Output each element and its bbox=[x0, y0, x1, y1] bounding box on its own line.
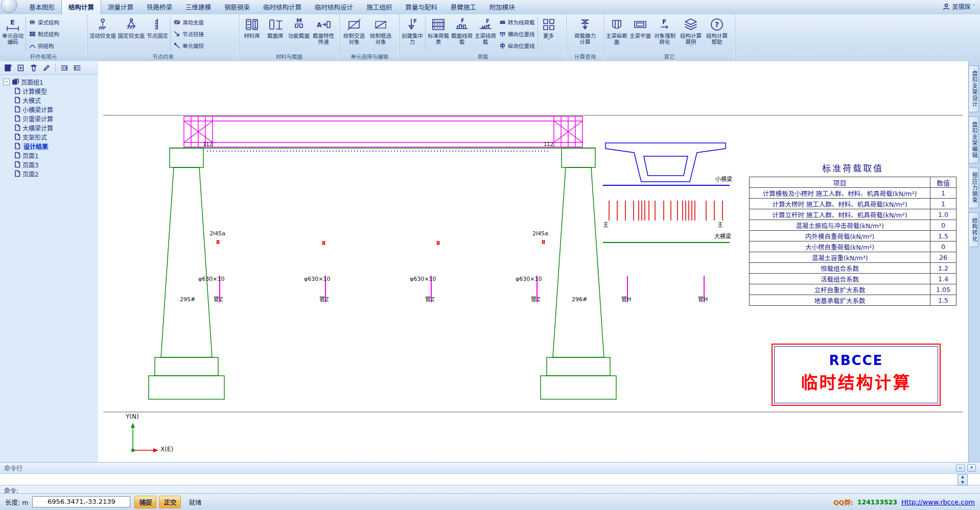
tree-item-small-crossbeam-calc[interactable]: 小横梁计算 bbox=[1, 105, 97, 114]
more-loads-button[interactable]: 更多 ˅ bbox=[539, 15, 558, 53]
tree-item-big-mode[interactable]: 大模式 bbox=[1, 95, 97, 105]
tab-basic-graphics[interactable]: 基本图形 bbox=[22, 0, 61, 14]
arch-structure-icon bbox=[29, 42, 36, 50]
page-icon bbox=[14, 170, 20, 177]
tab-quantity-material[interactable]: 算量与配料 bbox=[399, 0, 444, 14]
tab-temp-structure-calc[interactable]: 临时结构计算 bbox=[256, 0, 308, 14]
tree-item-big-crossbeam-calc[interactable]: 大横梁计算 bbox=[1, 123, 97, 132]
panel-pin-icon[interactable]: ▭ bbox=[956, 464, 965, 472]
page-icon bbox=[14, 142, 20, 150]
tab-ringlock-support-edit[interactable]: 盘扣支架编辑 bbox=[969, 116, 979, 163]
arch-structure-button[interactable]: 拱结构 bbox=[29, 41, 59, 51]
tree-root-page-group[interactable]: − 页面组1 bbox=[1, 77, 97, 86]
status-bar: 长度: m 6956.3471,-33.2139 捕捉 正交 就绪 QQ群: 1… bbox=[0, 493, 980, 510]
transverse-position-line-button[interactable]: 横向位置线 bbox=[499, 30, 535, 39]
create-concentrated-force-button[interactable]: F 创建集中力 bbox=[401, 15, 424, 53]
section-property-transfer-button[interactable]: A 截面特性传递 bbox=[311, 15, 336, 53]
page-group-icon bbox=[12, 78, 19, 85]
drawing-canvas[interactable]: 112 112 2I45a 2I45a Ⅱ Ⅱ Ⅱ Ⅱ φ630×10 φ630… bbox=[98, 61, 969, 462]
table-row: 大小楞自重荷载(kN/m²)0 bbox=[750, 241, 956, 252]
app-menu-orb[interactable] bbox=[1, 0, 17, 13]
delete-page-icon[interactable] bbox=[30, 64, 38, 72]
functional-section-button[interactable]: M 功能截面 bbox=[287, 15, 311, 53]
move-page-left-icon[interactable] bbox=[73, 64, 81, 72]
girder-line-load-icon: F bbox=[478, 16, 493, 33]
beam-structure-icon bbox=[29, 18, 36, 26]
element-end-hinge-button[interactable]: 单元端铰 bbox=[173, 41, 204, 51]
tab-survey-calc[interactable]: 测量计算 bbox=[101, 0, 140, 14]
tree-item-page3[interactable]: 页面3 bbox=[1, 160, 97, 169]
ortho-toggle-button[interactable]: 正交 bbox=[159, 496, 181, 508]
calc-example-button[interactable]: 结构计算算例 ˅ bbox=[678, 15, 704, 53]
static-load-calc-icon bbox=[577, 16, 593, 33]
material-library-button[interactable]: 材料库 bbox=[240, 15, 264, 53]
collapse-icon[interactable]: − bbox=[3, 79, 10, 85]
girder-profile-icon bbox=[609, 16, 624, 33]
tree-item-page1[interactable]: 页面1 bbox=[1, 151, 97, 160]
user-account[interactable]: 吴锡琛 ˅ bbox=[943, 2, 975, 11]
snap-toggle-button[interactable]: 捕捉 bbox=[134, 496, 156, 508]
calc-help-button[interactable]: ? 结构计算帮助 bbox=[704, 15, 730, 53]
box-select-button[interactable]: 绘制框选对象 bbox=[367, 15, 394, 53]
tab-temp-structure-design[interactable]: 临时结构设计 bbox=[308, 0, 360, 14]
tab-structure-convert[interactable]: 结构转化 bbox=[969, 212, 979, 247]
user-icon bbox=[943, 3, 950, 10]
girder-profile-button[interactable]: 主梁纵断面 bbox=[605, 15, 628, 53]
tree-item-page2[interactable]: 页面2 bbox=[1, 169, 97, 178]
pin-support-button[interactable]: 固定铰支座 bbox=[117, 15, 146, 53]
chevron-down-icon: ˅ bbox=[690, 45, 692, 49]
static-load-calc-button[interactable]: 荷载静力计算 bbox=[572, 15, 598, 53]
tree-item-calc-model[interactable]: 计算模型 bbox=[1, 86, 97, 95]
standard-load-table-button[interactable]: 标准荷载表 bbox=[427, 15, 450, 53]
tab-cantilever[interactable]: 悬臂施工 bbox=[444, 0, 483, 14]
ribbon-group-load: F 创建集中力 标准荷载表 F 截面线荷载 bbox=[400, 14, 567, 61]
website-link[interactable]: Http://www.rbcce.com bbox=[901, 498, 975, 506]
force-convert-button[interactable]: F 对象强制转化 bbox=[652, 15, 678, 53]
pipe-spec-label: φ630×10 bbox=[304, 276, 330, 282]
user-name: 吴锡琛 bbox=[952, 2, 970, 11]
tab-rebar-tendon[interactable]: 钢筋钢束 bbox=[218, 0, 256, 14]
tree-item-design-result[interactable]: 设计结果 bbox=[1, 141, 97, 151]
longitudinal-position-line-button[interactable]: 纵向位置线 bbox=[499, 41, 535, 51]
tree-item-bailey-beam-calc[interactable]: 贝雷梁计算 bbox=[1, 114, 97, 123]
rename-page-icon[interactable] bbox=[42, 64, 51, 72]
section-library-icon bbox=[268, 16, 283, 33]
to-line-load-button[interactable]: 转为线荷载 bbox=[499, 17, 535, 27]
scroll-down-icon[interactable]: ▼ bbox=[961, 480, 964, 485]
concentrated-force-icon: F bbox=[405, 16, 420, 33]
tree-item-support-form[interactable]: 支架形式 bbox=[1, 132, 97, 141]
roller-support-button[interactable]: 活动铰支座 bbox=[88, 15, 117, 53]
tab-railway-bridge[interactable]: 铁路桥梁 bbox=[140, 0, 179, 14]
beam-structure-button[interactable]: 梁式结构 bbox=[29, 17, 59, 27]
section-library-button[interactable]: 截面库 bbox=[264, 15, 287, 53]
app-window: 基本图形 结构计算 测量计算 铁路桥梁 三维建模 钢筋钢束 临时结构计算 临时结… bbox=[0, 0, 980, 510]
auto-code-button[interactable]: E 单元自动编码 bbox=[1, 15, 25, 53]
help-icon: ? bbox=[709, 16, 725, 33]
node-fixed-button[interactable]: 节点固定 bbox=[146, 15, 169, 53]
new-page-icon[interactable] bbox=[4, 64, 12, 72]
add-page-icon[interactable] bbox=[17, 64, 25, 72]
section-line-load-button[interactable]: F 截面线荷载 bbox=[450, 15, 474, 53]
frame-structure-button[interactable]: 制式结构 bbox=[29, 30, 59, 39]
pipe-tag-z: 管Z bbox=[319, 297, 329, 303]
tab-addon-modules[interactable]: 附加模块 bbox=[483, 0, 522, 14]
slide-support-button[interactable]: 滑动支座 bbox=[173, 17, 204, 27]
joint-hinge-button[interactable]: 节点铰接 bbox=[173, 30, 204, 39]
tab-prestressed-tendon[interactable]: 预应力钢束 bbox=[969, 167, 979, 208]
svg-text:?: ? bbox=[715, 20, 719, 29]
tab-construction-org[interactable]: 施工组织 bbox=[360, 0, 399, 14]
axis-y-label: Y(N) bbox=[126, 414, 139, 420]
move-page-right-icon[interactable] bbox=[60, 64, 68, 72]
tab-3d-modeling[interactable]: 三维建模 bbox=[179, 0, 218, 14]
group-label-node-constraint: 节点约束 bbox=[89, 53, 237, 61]
girder-plan-button[interactable]: 主梁平面 bbox=[628, 15, 652, 53]
scroll-up-icon[interactable]: ▲ bbox=[961, 475, 964, 479]
girder-line-load-button[interactable]: F 主梁线荷载 bbox=[474, 15, 497, 53]
tab-structure-calc[interactable]: 结构计算 bbox=[61, 0, 101, 14]
panel-menu-icon[interactable]: ▾ bbox=[967, 464, 976, 472]
cross-select-button[interactable]: 绘制交选对象 bbox=[341, 15, 367, 53]
command-history[interactable]: ▲ ▼ bbox=[0, 474, 980, 485]
tab-ringlock-support-design[interactable]: 盘扣支架设计 bbox=[969, 65, 979, 112]
command-scroll-spinner[interactable]: ▲ ▼ bbox=[958, 474, 968, 485]
group-label-calc-query: 计算查询 bbox=[568, 53, 602, 61]
